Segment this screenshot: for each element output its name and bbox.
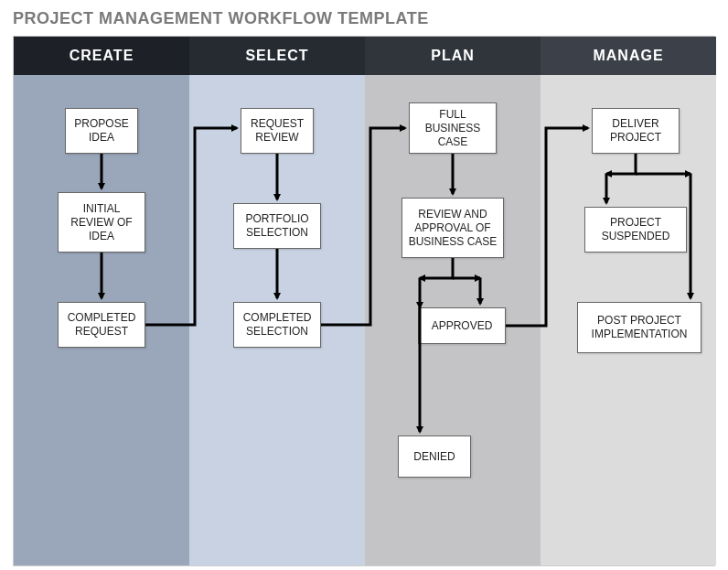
- page-title: PROJECT MANAGEMENT WORKFLOW TEMPLATE: [13, 9, 715, 28]
- node-denied: DENIED: [398, 436, 471, 478]
- node-portfolio-selection: PORTFOLIO SELECTION: [233, 203, 321, 249]
- lane-header-plan: PLAN: [365, 37, 541, 75]
- lane-header-select: SELECT: [189, 37, 365, 75]
- node-full-business-case: FULL BUSINESS CASE: [409, 102, 497, 154]
- lane-header-create: CREATE: [14, 37, 189, 75]
- lane-header-manage: MANAGE: [541, 37, 716, 75]
- node-propose-idea: PROPOSE IDEA: [65, 108, 138, 154]
- node-review-approval: REVIEW AND APPROVAL OF BUSINESS CASE: [401, 198, 504, 258]
- node-deliver-project: DELIVER PROJECT: [592, 108, 680, 154]
- node-completed-request: COMPLETED REQUEST: [58, 302, 145, 348]
- node-post-project-impl: POST PROJECT IMPLEMENTATION: [577, 302, 701, 353]
- node-project-suspended: PROJECT SUSPENDED: [584, 207, 687, 253]
- workflow-diagram: CREATE SELECT PLAN MANAGE PROPOSE IDEA I…: [13, 36, 715, 566]
- node-approved: APPROVED: [418, 307, 506, 344]
- node-completed-selection: COMPLETED SELECTION: [233, 302, 321, 348]
- node-request-review: REQUEST REVIEW: [241, 108, 314, 154]
- node-initial-review: INITIAL REVIEW OF IDEA: [58, 192, 145, 253]
